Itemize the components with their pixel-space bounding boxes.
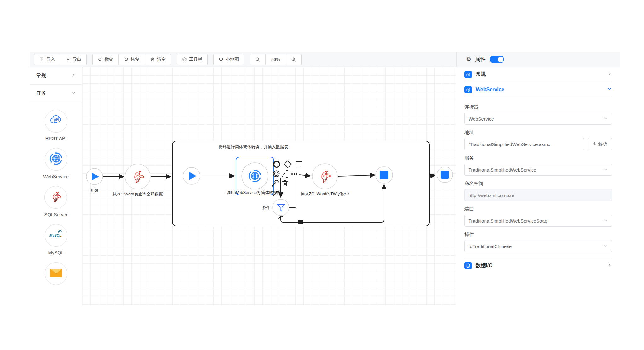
node-start[interactable]: 开始 xyxy=(86,168,103,193)
resolve-label: 解析 xyxy=(598,141,607,147)
loop-group-box[interactable] xyxy=(172,141,429,226)
export-icon xyxy=(66,57,70,62)
sidebar-group-general-label: 常规 xyxy=(36,72,46,79)
redo-icon xyxy=(124,57,129,62)
section-data-io[interactable]: 数据I/O xyxy=(464,258,612,273)
properties-label: 属性 xyxy=(475,56,486,63)
node-item-label: SQLServer xyxy=(44,212,67,217)
edge-loop-end[interactable] xyxy=(429,175,435,176)
shape-circle-icon[interactable] xyxy=(274,161,279,167)
undo-button[interactable]: 撤销 xyxy=(93,54,118,65)
flow-canvas[interactable]: 循环进行简体繁体转换，并插入数据表 开始 xyxy=(82,67,456,305)
clear-label: 清空 xyxy=(157,57,166,62)
app-window: 导入 导出 撤销 恢复 清空 xyxy=(0,0,644,350)
stop-icon xyxy=(380,171,388,179)
toolbar-toggle-button[interactable]: 工具栏 xyxy=(177,54,207,65)
zoom-in-button[interactable] xyxy=(286,54,301,65)
section-webservice[interactable]: WebService xyxy=(464,82,612,97)
service-select[interactable]: TraditionalSimplifiedWebService xyxy=(464,164,612,176)
import-button[interactable]: 导入 xyxy=(34,54,60,65)
node-loop-stop[interactable] xyxy=(376,167,393,183)
node-label: 条件 xyxy=(262,206,270,210)
rest-api-icon: API xyxy=(49,113,64,129)
zoom-in-icon xyxy=(291,57,296,62)
minimap-group: 小地图 xyxy=(213,54,244,65)
cube-icon xyxy=(464,71,472,78)
node-item-rest-api[interactable]: API REST API xyxy=(45,110,67,141)
import-export-group: 导入 导出 xyxy=(34,54,87,65)
toolbar-left: 导入 导出 撤销 恢复 清空 xyxy=(30,52,456,67)
sidebar-group-general[interactable]: 常规 xyxy=(30,67,82,85)
operation-value: toTraditionalChinese xyxy=(469,244,512,249)
properties-panel: 常规 WebService 连接器 WebService 地址 xyxy=(456,67,620,305)
sparkle-icon xyxy=(592,142,596,147)
edge-label-marker xyxy=(298,223,303,224)
sidebar-group-tasks[interactable]: 任务 xyxy=(30,85,82,102)
resolve-button[interactable]: 解析 xyxy=(588,138,612,150)
port-select[interactable]: TraditionalSimplifiedWebServiceSoap xyxy=(464,215,612,227)
node-library-sidebar: 常规 任务 API REST API xyxy=(30,67,82,305)
node-item-label: REST API xyxy=(45,136,66,141)
properties-toggle[interactable] xyxy=(490,56,504,63)
service-value: TraditionalSimplifiedWebService xyxy=(469,167,536,172)
node-label: 从ZC_Word表查询全部数据 xyxy=(112,192,163,196)
email-icon xyxy=(49,265,64,282)
redo-label: 恢复 xyxy=(131,57,140,62)
shape-square-icon[interactable] xyxy=(296,161,302,167)
node-item-mysql[interactable]: MySQL MySQL xyxy=(45,224,67,255)
zoom-out-icon xyxy=(255,57,260,62)
node-item-label: MySQL xyxy=(48,250,64,255)
webservice-icon xyxy=(49,151,64,167)
node-item-email[interactable] xyxy=(45,262,67,285)
node-label: 开始 xyxy=(90,188,98,193)
node-item-sqlserver[interactable]: SQLServer xyxy=(44,186,67,217)
flow-svg[interactable]: 循环进行简体繁体转换，并插入数据表 开始 xyxy=(82,67,456,305)
edge-label-marker xyxy=(298,220,303,222)
sqlserver-icon xyxy=(49,189,63,205)
chevron-right-icon xyxy=(71,73,76,79)
section-label: 常规 xyxy=(476,71,603,78)
operation-label: 操作 xyxy=(464,232,612,238)
service-label: 服务 xyxy=(464,155,612,161)
zoom-out-button[interactable] xyxy=(250,54,265,65)
import-label: 导入 xyxy=(46,57,55,62)
shape-ring-icon[interactable] xyxy=(273,171,279,177)
node-loop-start[interactable] xyxy=(183,167,200,184)
top-toolbar: 导入 导出 撤销 恢复 清空 xyxy=(30,52,620,67)
chevron-right-icon xyxy=(607,71,612,77)
port-label: 端口 xyxy=(464,206,612,212)
sidebar-group-tasks-label: 任务 xyxy=(36,90,46,97)
mysql-icon: MySQL xyxy=(49,227,64,244)
operation-select[interactable]: toTraditionalChinese xyxy=(464,240,612,252)
minimap-button[interactable]: 小地图 xyxy=(214,54,244,65)
svg-text:MySQL: MySQL xyxy=(49,234,61,237)
export-button[interactable]: 导出 xyxy=(60,54,86,65)
zoom-level: 83% xyxy=(265,54,286,65)
node-item-webservice[interactable]: WebService xyxy=(43,148,69,179)
cube-icon xyxy=(464,86,472,93)
svg-text:API: API xyxy=(54,118,59,121)
node-end[interactable] xyxy=(437,167,453,183)
webservice-form: 连接器 WebService 地址 解析 服务 xyxy=(464,97,612,258)
chevron-down-icon xyxy=(71,91,76,96)
import-icon xyxy=(39,57,44,62)
section-general[interactable]: 常规 xyxy=(464,67,612,82)
task-node-list: API REST API WebService xyxy=(30,102,82,292)
connector-select[interactable]: WebService xyxy=(464,113,612,125)
undo-label: 撤销 xyxy=(105,57,113,62)
more-dots-icon[interactable] xyxy=(291,173,298,175)
history-group: 撤销 恢复 清空 xyxy=(92,54,171,65)
clear-button[interactable]: 清空 xyxy=(145,54,171,65)
toolbar-toggle-label: 工具栏 xyxy=(189,57,202,62)
properties-header: ⚙ 属性 xyxy=(456,52,620,67)
undo-icon xyxy=(98,57,102,62)
node-sql-query[interactable]: 从ZC_Word表查询全部数据 xyxy=(112,164,163,196)
port-value: TraditionalSimplifiedWebServiceSoap xyxy=(469,218,547,223)
redo-button[interactable]: 恢复 xyxy=(118,54,145,65)
chevron-down-icon xyxy=(603,244,608,249)
address-field-wrap xyxy=(464,138,584,150)
chevron-right-icon xyxy=(607,263,612,269)
address-input[interactable] xyxy=(469,142,580,147)
stop-icon xyxy=(441,171,449,179)
gear-icon: ⚙ xyxy=(466,56,471,62)
